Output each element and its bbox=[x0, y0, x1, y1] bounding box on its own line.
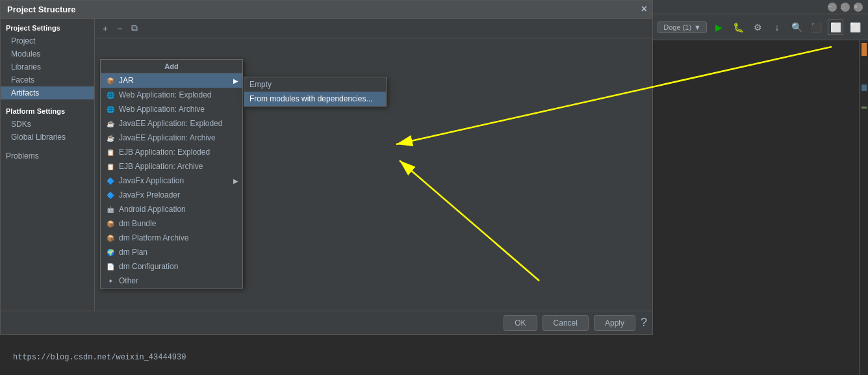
close-window-button[interactable]: × bbox=[854, 3, 863, 12]
maximize-button[interactable]: □ bbox=[841, 3, 850, 12]
dialog-ok-button[interactable]: OK bbox=[504, 315, 537, 331]
menu-item-dm-plan[interactable]: 🌍 dm Plan bbox=[101, 245, 242, 259]
submenu-item-empty-label: Empty bbox=[249, 80, 272, 89]
dialog-title: Project Structure bbox=[7, 5, 75, 14]
jee-exploded-icon: ☕ bbox=[106, 119, 115, 128]
menu-item-android[interactable]: 🤖 Android Application bbox=[101, 202, 242, 216]
platform-settings-label: Platform Settings bbox=[1, 102, 94, 118]
menu-item-jee-exploded[interactable]: ☕ JavaEE Application: Exploded bbox=[101, 116, 242, 131]
menu-item-jar-label: JAR bbox=[119, 76, 134, 85]
ejb-exploded-icon: 📋 bbox=[106, 148, 115, 157]
right-panel-content: Add 📦 JAR ▶ 🌐 Web Application: Exploded bbox=[95, 38, 652, 311]
sidebar-item-facets[interactable]: Facets bbox=[1, 73, 94, 86]
sidebar-item-modules[interactable]: Modules bbox=[1, 47, 94, 60]
dialog-close-button[interactable]: × bbox=[641, 3, 647, 15]
search-button[interactable]: 🔍 bbox=[789, 19, 804, 35]
run-config-label: Doge (1) bbox=[663, 23, 691, 31]
menu-item-dm-platform[interactable]: 📦 dm Platform Archive bbox=[101, 231, 242, 245]
sidebar-item-artifacts[interactable]: Artifacts bbox=[1, 86, 94, 99]
jar-submenu: Empty From modules with dependencies... bbox=[244, 77, 387, 107]
submenu-arrow-fx: ▶ bbox=[233, 177, 238, 185]
menu-item-dm-platform-label: dm Platform Archive bbox=[119, 233, 188, 242]
submenu-item-empty[interactable]: Empty bbox=[244, 77, 386, 92]
main-area: tion, IllegalAccessException { 录就是本项目的根路… bbox=[0, 40, 868, 375]
url-text: https://blog.csdn.net/weixin_43444930 bbox=[13, 353, 186, 362]
dialog-bottom-bar: OK Cancel Apply ? bbox=[1, 311, 652, 334]
debug-button[interactable]: 🐛 bbox=[730, 19, 746, 35]
menu-item-web-archive[interactable]: 🌐 Web Application: Archive bbox=[101, 102, 242, 116]
run-config-button[interactable]: Doge (1) ▼ bbox=[657, 21, 707, 33]
menu-item-other[interactable]: ✦ Other bbox=[101, 274, 242, 288]
sidebar-item-global-libraries[interactable]: Global Libraries bbox=[1, 131, 94, 144]
build-button[interactable]: ⚙ bbox=[750, 19, 765, 35]
update-button[interactable]: ↓ bbox=[769, 19, 785, 35]
right-gutter bbox=[859, 40, 868, 375]
sidebar-item-project[interactable]: Project bbox=[1, 34, 94, 47]
submenu-arrow-jar: ▶ bbox=[233, 77, 238, 84]
menu-item-javafx[interactable]: 🔷 JavaFx Application ▶ bbox=[101, 174, 242, 188]
web-archive-icon: 🌐 bbox=[106, 105, 115, 114]
menu-item-javafx-label: JavaFx Application bbox=[119, 176, 184, 185]
dialog-left-panel: Project Settings Project Modules Librari… bbox=[1, 19, 95, 311]
menu-item-javafx-preloader-label: JavaFx Preloader bbox=[119, 190, 180, 200]
layout-btn1[interactable]: ⬛ bbox=[808, 19, 824, 35]
menu-item-ejb-archive[interactable]: 📋 EJB Application: Archive bbox=[101, 159, 242, 174]
gutter-mark-blue bbox=[862, 84, 867, 91]
add-button[interactable]: + bbox=[100, 22, 110, 35]
jar-icon: 📦 bbox=[106, 76, 115, 85]
sidebar-item-libraries[interactable]: Libraries bbox=[1, 60, 94, 73]
sidebar-item-sdks[interactable]: SDKs bbox=[1, 118, 94, 131]
submenu-item-from-modules[interactable]: From modules with dependencies... bbox=[244, 92, 386, 106]
dm-bundle-icon: 📦 bbox=[106, 219, 115, 228]
menu-item-dm-config[interactable]: 📄 dm Configuration bbox=[101, 259, 242, 274]
menu-item-web-archive-label: Web Application: Archive bbox=[119, 105, 205, 114]
menu-item-other-label: Other bbox=[119, 276, 138, 285]
layout-btn2[interactable]: ⬜ bbox=[828, 19, 843, 35]
remove-button[interactable]: − bbox=[114, 22, 125, 35]
run-config-dropdown-icon: ▼ bbox=[694, 23, 701, 31]
jee-archive-icon: ☕ bbox=[106, 133, 115, 142]
menu-item-dm-bundle[interactable]: 📦 dm Bundle bbox=[101, 216, 242, 231]
dialog-header: Project Structure × bbox=[1, 1, 652, 19]
menu-item-ejb-exploded[interactable]: 📋 EJB Application: Exploded bbox=[101, 145, 242, 159]
window-controls: − □ × bbox=[828, 3, 863, 12]
android-icon: 🤖 bbox=[106, 205, 115, 214]
menu-item-android-label: Android Application bbox=[119, 205, 186, 214]
layout-btn3[interactable]: ⬜ bbox=[847, 19, 863, 35]
menu-item-ejb-exploded-label: EJB Application: Exploded bbox=[119, 148, 210, 157]
javafx-icon: 🔷 bbox=[106, 176, 115, 185]
javafx-preloader-icon: 🔷 bbox=[106, 190, 115, 200]
menu-item-jee-archive[interactable]: ☕ JavaEE Application: Archive bbox=[101, 131, 242, 145]
ejb-archive-icon: 📋 bbox=[106, 162, 115, 171]
project-settings-label: Project Settings bbox=[1, 21, 94, 34]
menu-item-ejb-archive-label: EJB Application: Archive bbox=[119, 162, 203, 171]
dm-platform-icon: 📦 bbox=[106, 233, 115, 242]
dialog-help-icon[interactable]: ? bbox=[641, 316, 647, 330]
other-icon: ✦ bbox=[106, 276, 115, 285]
menu-item-dm-config-label: dm Configuration bbox=[119, 262, 178, 271]
menu-item-jee-exploded-label: JavaEE Application: Exploded bbox=[119, 119, 222, 128]
dialog-apply-button[interactable]: Apply bbox=[594, 315, 635, 331]
gutter-mark-green bbox=[862, 107, 867, 109]
submenu-item-from-modules-label: From modules with dependencies... bbox=[249, 94, 372, 103]
add-menu-title: Add bbox=[101, 60, 242, 73]
menu-item-jar[interactable]: 📦 JAR ▶ bbox=[101, 73, 242, 88]
menu-item-jee-archive-label: JavaEE Application: Archive bbox=[119, 133, 216, 142]
menu-item-javafx-preloader[interactable]: 🔷 JavaFx Preloader bbox=[101, 188, 242, 202]
dialog-right-panel: + − ⧉ Add 📦 JAR ▶ bbox=[95, 19, 652, 311]
dm-plan-icon: 🌍 bbox=[106, 248, 115, 257]
dm-config-icon: 📄 bbox=[106, 262, 115, 271]
web-exploded-icon: 🌐 bbox=[106, 90, 115, 99]
dialog-cancel-button[interactable]: Cancel bbox=[542, 315, 589, 331]
right-panel-toolbar: + − ⧉ bbox=[95, 19, 652, 38]
copy-button[interactable]: ⧉ bbox=[129, 21, 140, 35]
menu-item-web-exploded-label: Web Application: Exploded bbox=[119, 90, 212, 99]
url-text-block: https://blog.csdn.net/weixin_43444930 bbox=[13, 352, 186, 362]
menu-item-dm-bundle-label: dm Bundle bbox=[119, 219, 156, 228]
minimize-button[interactable]: − bbox=[828, 3, 837, 12]
run-button[interactable]: ▶ bbox=[711, 19, 726, 35]
menu-item-web-exploded[interactable]: 🌐 Web Application: Exploded bbox=[101, 88, 242, 102]
sidebar-item-problems[interactable]: Problems bbox=[1, 148, 94, 162]
add-dropdown-menu: Add 📦 JAR ▶ 🌐 Web Application: Exploded bbox=[100, 59, 243, 289]
menu-item-dm-plan-label: dm Plan bbox=[119, 248, 147, 257]
